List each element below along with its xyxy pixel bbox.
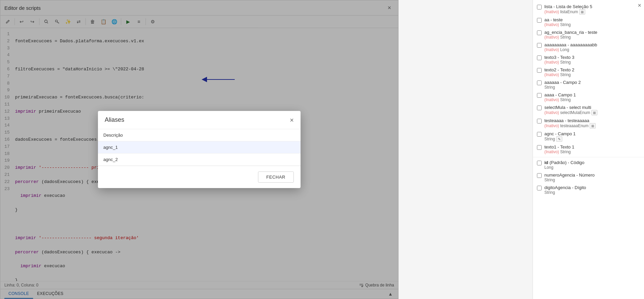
panel-item-aa-checkbox[interactable] (537, 18, 542, 23)
lista-icon-box[interactable]: ⊞ (579, 9, 585, 15)
panel-item-agnc: agnc - Campo 1 String ✎ (533, 130, 644, 143)
panel-item-agnc-type: String ✎ (544, 136, 640, 142)
panel-item-numeroagencia-content: numeroAgencia - Número String (544, 172, 640, 182)
panel-item-lista: lista - Lista de Seleção 5 (Inativo) lis… (533, 3, 644, 16)
panel-item-aaaaaaaaa-name: aaaaaaaaa - aaaaaaaaabb (544, 42, 640, 47)
panel-item-texto3-checkbox[interactable] (537, 55, 542, 60)
panel-item-aaaa-name: aaaa - Campo 1 (544, 92, 640, 97)
panel-item-testeaaaa-content: testeaaaa - testeaaaaa (Inativo) testeaa… (544, 118, 640, 129)
panel-item-agencia-name: ag_encia_banca_ria - teste (544, 30, 640, 35)
panel-item-texto3-content: texto3 - Texto 3 (Inativo) String (544, 55, 640, 65)
panel-item-agnc-content: agnc - Campo 1 String ✎ (544, 131, 640, 142)
panel-item-texto2-content: texto2 - Texto 2 (Inativo) String (544, 67, 640, 77)
panel-item-aa: aa - teste (Inativo) String (533, 16, 644, 28)
panel-item-testeaaaa: testeaaaa - testeaaaaa (Inativo) testeaa… (533, 117, 644, 130)
modal-footer: FECHAR (98, 166, 301, 188)
modal-overlay: Aliases × Descrição agnc_1 agnc_2 FECHAR (0, 0, 398, 299)
panel-item-aaaaaaaaa-content: aaaaaaaaa - aaaaaaaaabb (Inativo) Long (544, 42, 640, 52)
panel-item-texto1-type: (Inativo) String (544, 150, 640, 154)
panel-item-aaaa: aaaa - Campo 1 (Inativo) String (533, 91, 644, 104)
panel-item-numeroagencia-name: numeroAgencia - Número (544, 172, 640, 178)
panel-item-texto2-checkbox[interactable] (537, 68, 542, 73)
modal-row-2[interactable]: agnc_2 (98, 154, 301, 166)
panel-item-texto1: texto1 - Texto 1 (Inativo) String (533, 143, 644, 156)
panel-item-aa-name: aa - teste (544, 17, 640, 22)
panel-item-aaaaaaaaa-checkbox[interactable] (537, 43, 542, 48)
agnc-icon-box[interactable]: ✎ (556, 136, 562, 142)
panel-item-digitoagencia-type: String (544, 190, 640, 195)
panel-item-texto2: texto2 - Texto 2 (Inativo) String (533, 66, 644, 78)
panel-item-numeroagencia-checkbox[interactable] (537, 173, 542, 178)
fechar-button[interactable]: FECHAR (258, 171, 294, 183)
aliases-modal: Aliases × Descrição agnc_1 agnc_2 FECHAR (98, 111, 301, 188)
panel-item-texto2-type: (Inativo) String (544, 72, 640, 77)
panel-item-aaaa-type: (Inativo) String (544, 97, 640, 102)
panel-item-id-checkbox[interactable] (537, 161, 542, 165)
panel-divider (533, 157, 644, 157)
panel-item-testeaaaa-checkbox[interactable] (537, 119, 542, 123)
panel-item-aa-type: (Inativo) String (544, 22, 640, 27)
panel-item-selectmula: selectMula - select multi (Inativo) sele… (533, 104, 644, 117)
panel-item-texto1-name: texto1 - Texto 1 (544, 144, 640, 150)
panel-item-agnc-checkbox[interactable] (537, 132, 542, 137)
panel-item-id-name: id (Padrão) - Código (544, 160, 640, 165)
panel-item-numeroagencia-type: String (544, 178, 640, 182)
panel-item-aaaaaaaaa: aaaaaaaaa - aaaaaaaaabb (Inativo) Long (533, 41, 644, 53)
panel-item-selectmula-name: selectMula - select multi (544, 105, 640, 110)
panel-item-digitoagencia-checkbox[interactable] (537, 186, 542, 190)
panel-item-numeroagencia: numeroAgencia - Número String (533, 171, 644, 184)
panel-item-digitoagencia: digitoAgencia - Dígito String (533, 184, 644, 196)
panel-item-aaaaaa-name: aaaaaa - Campo 2 (544, 80, 640, 85)
right-panel-close-button[interactable]: × (638, 2, 641, 9)
panel-item-lista-name: lista - Lista de Seleção 5 (544, 4, 640, 9)
panel-item-lista-content: lista - Lista de Seleção 5 (Inativo) lis… (544, 4, 640, 15)
panel-item-aaaaaa-type: String (544, 85, 640, 90)
panel-item-id-type: Long (544, 165, 640, 170)
modal-table-header: Descrição (98, 129, 301, 141)
panel-item-aaaaaa-content: aaaaaa - Campo 2 String (544, 80, 640, 90)
panel-item-testeaaaa-type: (Inativo) testeaaaaEnum ⊞ (544, 123, 640, 129)
panel-item-aa-content: aa - teste (Inativo) String (544, 17, 640, 27)
panel-item-selectmula-checkbox[interactable] (537, 106, 542, 110)
panel-item-agencia-type: (Inativo) String (544, 35, 640, 40)
panel-item-id: id (Padrão) - Código Long (533, 159, 644, 171)
panel-item-id-content: id (Padrão) - Código Long (544, 160, 640, 170)
panel-item-selectmula-type: (Inativo) selectMulaEnum ⊞ (544, 110, 640, 115)
panel-item-aaaaaa: aaaaaa - Campo 2 String (533, 78, 644, 91)
modal-close-button[interactable]: × (290, 117, 294, 123)
panel-item-texto1-content: texto1 - Texto 1 (Inativo) String (544, 144, 640, 154)
panel-item-lista-type: (Inativo) listaEnum ⊞ (544, 9, 640, 15)
modal-header: Aliases × (98, 111, 301, 129)
panel-item-agnc-name: agnc - Campo 1 (544, 131, 640, 136)
panel-item-testeaaaa-name: testeaaaa - testeaaaaa (544, 118, 640, 123)
panel-item-texto3-type: (Inativo) String (544, 60, 640, 65)
panel-item-aaaa-checkbox[interactable] (537, 93, 542, 98)
panel-item-texto1-checkbox[interactable] (537, 145, 542, 150)
modal-title: Aliases (105, 116, 124, 123)
panel-item-aaaaaaaaa-type: (Inativo) Long (544, 47, 640, 52)
panel-item-aaaa-content: aaaa - Campo 1 (Inativo) String (544, 92, 640, 102)
panel-item-selectmula-content: selectMula - select multi (Inativo) sele… (544, 105, 640, 115)
panel-item-agencia-checkbox[interactable] (537, 30, 542, 35)
panel-item-agencia: ag_encia_banca_ria - teste (Inativo) Str… (533, 28, 644, 41)
right-panel: × lista - Lista de Seleção 5 (Inativo) l… (533, 0, 644, 299)
panel-item-aaaaaa-checkbox[interactable] (537, 80, 542, 85)
modal-row-1[interactable]: agnc_1 (98, 141, 301, 154)
panel-item-texto3-name: texto3 - Texto 3 (544, 55, 640, 60)
panel-item-digitoagencia-name: digitoAgencia - Dígito (544, 185, 640, 190)
panel-item-digitoagencia-content: digitoAgencia - Dígito String (544, 185, 640, 195)
modal-body: Descrição agnc_1 agnc_2 (98, 129, 301, 166)
selectmula-icon-box[interactable]: ⊞ (591, 110, 597, 115)
panel-item-texto2-name: texto2 - Texto 2 (544, 67, 640, 72)
panel-item-texto3: texto3 - Texto 3 (Inativo) String (533, 53, 644, 66)
testeaaaa-icon-box[interactable]: ⊞ (590, 123, 596, 129)
panel-item-lista-checkbox[interactable] (537, 5, 542, 9)
panel-item-agencia-content: ag_encia_banca_ria - teste (Inativo) Str… (544, 30, 640, 40)
